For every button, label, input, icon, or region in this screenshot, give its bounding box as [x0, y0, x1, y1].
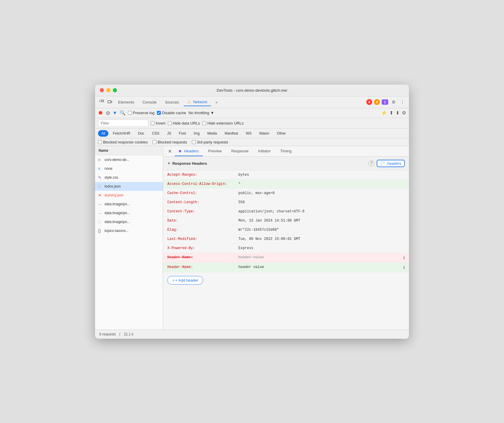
list-item[interactable]: {} topics-taxono...: [95, 226, 163, 235]
throttle-select[interactable]: No throttling ▼: [188, 111, 214, 115]
type-filter-other[interactable]: Other: [274, 130, 289, 137]
section-actions: ? 📄 .headers: [368, 160, 405, 167]
help-icon[interactable]: ?: [368, 160, 374, 166]
type-filter-ws[interactable]: WS: [243, 130, 255, 137]
header-key: Access-Control-Allow-Origin:: [167, 182, 238, 186]
invert-checkbox[interactable]: Invert: [151, 121, 166, 125]
tab-preview[interactable]: Preview: [204, 146, 226, 156]
tab-response[interactable]: Response: [227, 146, 253, 156]
more-options-icon[interactable]: ⋮: [399, 99, 406, 106]
warning-badge[interactable]: 2: [374, 99, 380, 105]
type-filter-js[interactable]: JS: [164, 130, 174, 137]
type-filter-all[interactable]: All: [98, 130, 108, 137]
list-item[interactable]: — data:image/pn...: [95, 200, 163, 209]
headers-file-button[interactable]: 📄 .headers: [377, 160, 405, 167]
header-info-icon[interactable]: ℹ: [403, 265, 405, 270]
disable-cache-checkbox[interactable]: Disable cache: [157, 111, 186, 115]
inspect-element-icon[interactable]: [98, 99, 105, 106]
section-arrow-icon[interactable]: ▼: [167, 162, 171, 165]
doc-icon: ≡: [98, 157, 103, 162]
header-value: header value: [238, 265, 401, 269]
network-settings-icon[interactable]: ⚙: [402, 110, 406, 116]
header-key: Content-Type:: [167, 209, 238, 214]
header-value: Express: [238, 246, 405, 250]
file-name: data:image/pn...: [105, 202, 160, 206]
type-filter-media[interactable]: Media: [204, 130, 220, 137]
header-key: Date:: [167, 219, 238, 223]
search-icon[interactable]: 🔍: [120, 110, 126, 116]
close-button[interactable]: [100, 88, 104, 92]
network-warning-icon: ⚠: [187, 100, 191, 104]
error-badge[interactable]: 4: [366, 99, 372, 105]
tab-more[interactable]: »: [212, 99, 221, 106]
status-bar: 9 requests | 21.1 k: [95, 330, 409, 339]
header-value: 556: [238, 200, 405, 204]
tab-timing[interactable]: Timing: [276, 146, 296, 156]
file-name: data:image/pn...: [105, 220, 160, 224]
hide-data-urls-checkbox[interactable]: Hide data URLs: [168, 121, 200, 125]
tab-elements[interactable]: Elements: [115, 99, 138, 106]
preserve-log-checkbox[interactable]: Preserve log: [128, 111, 155, 115]
svg-rect-3: [111, 101, 112, 103]
svg-rect-2: [108, 101, 111, 103]
header-row-content-type: Content-Type: application/json; charset=…: [163, 207, 409, 216]
info-badge[interactable]: 2: [382, 99, 388, 105]
device-toggle-icon[interactable]: [106, 99, 113, 106]
minimize-button[interactable]: [106, 88, 110, 92]
settings-icon[interactable]: ⚙: [390, 99, 397, 106]
header-key: Content-Length:: [167, 200, 238, 204]
blocked-requests-checkbox[interactable]: Blocked requests: [153, 140, 187, 144]
badge-area: 4 2 2 ⚙ ⋮: [366, 99, 406, 106]
header-row-header-name-new: Header-Name: header value ℹ: [163, 263, 409, 272]
maximize-button[interactable]: [113, 88, 117, 92]
css-icon: ✎: [98, 175, 103, 180]
type-filter-bar: All Fetch/XHR Doc CSS JS Font Img Media …: [95, 129, 409, 138]
download-icon[interactable]: ⬇: [396, 110, 399, 116]
clear-button[interactable]: ⊘: [106, 110, 110, 116]
main-area: Name ≡ cors-demo-de... ≡ none ✎ style.cs…: [95, 146, 409, 330]
detail-close-button[interactable]: ✕: [166, 146, 174, 156]
type-filter-wasm[interactable]: Wasm: [256, 130, 273, 137]
list-item-active[interactable]: □ todos.json: [95, 182, 163, 191]
third-party-requests-checkbox[interactable]: 3rd-party requests: [192, 140, 228, 144]
list-item[interactable]: □ data:image/pn...: [95, 217, 163, 226]
right-panel: ✕ Headers Preview Response Initiator Tim…: [163, 146, 409, 330]
tab-headers[interactable]: Headers: [175, 146, 203, 156]
hide-extension-urls-checkbox[interactable]: Hide extension URLs: [202, 121, 243, 125]
file-name: style.css: [105, 175, 160, 180]
blocked-response-cookies-checkbox[interactable]: Blocked response cookies: [98, 140, 148, 144]
tab-network[interactable]: ⚠ Network: [184, 98, 211, 106]
header-info-icon[interactable]: ℹ: [403, 255, 405, 260]
header-row-accept-ranges: Accept-Ranges: bytes: [163, 170, 409, 180]
filter-input[interactable]: [98, 120, 148, 127]
type-filter-fetch[interactable]: Fetch/XHR: [110, 130, 134, 137]
data-icon: □: [98, 219, 103, 224]
type-filter-manifest[interactable]: Manifest: [221, 130, 241, 137]
separator: |: [119, 332, 120, 336]
devtools-window: DevTools - cors-demo-devtools.glitch.me/…: [95, 85, 409, 339]
file-name-error: dummy.json: [105, 193, 160, 197]
header-key: Header-Name:: [167, 265, 238, 269]
header-row-x-powered-by: X-Powered-By: Express: [163, 244, 409, 253]
tab-sources[interactable]: Sources: [161, 99, 183, 106]
type-filter-img[interactable]: Img: [190, 130, 203, 137]
header-value: application/json; charset=UTF-8: [238, 209, 405, 214]
list-item[interactable]: — data:image/pn...: [95, 209, 163, 217]
list-item[interactable]: ≡ none: [95, 164, 163, 173]
upload-icon[interactable]: ⬆: [389, 110, 393, 116]
list-item[interactable]: ≡ cors-demo-de...: [95, 155, 163, 164]
filter-icon[interactable]: ▼: [113, 110, 117, 116]
detail-tabs: ✕ Headers Preview Response Initiator Tim…: [163, 146, 409, 157]
type-filter-doc[interactable]: Doc: [135, 130, 147, 137]
stop-recording-button[interactable]: ⏺: [98, 110, 103, 116]
tab-initiator[interactable]: Initiator: [254, 146, 275, 156]
list-item[interactable]: ✕ dummy.json: [95, 191, 163, 200]
add-header-button[interactable]: + + Add header: [167, 276, 203, 285]
response-headers-section: ▼ Response Headers ? 📄 .headers: [163, 157, 409, 170]
add-header-area: + + Add header: [163, 272, 409, 288]
tab-console[interactable]: Console: [139, 99, 160, 106]
type-filter-css[interactable]: CSS: [149, 130, 163, 137]
type-filter-font[interactable]: Font: [176, 130, 189, 137]
list-item[interactable]: ✎ style.css: [95, 173, 163, 182]
header-row-header-name-strikethrough: Header-Name: header value ℹ: [163, 253, 409, 263]
